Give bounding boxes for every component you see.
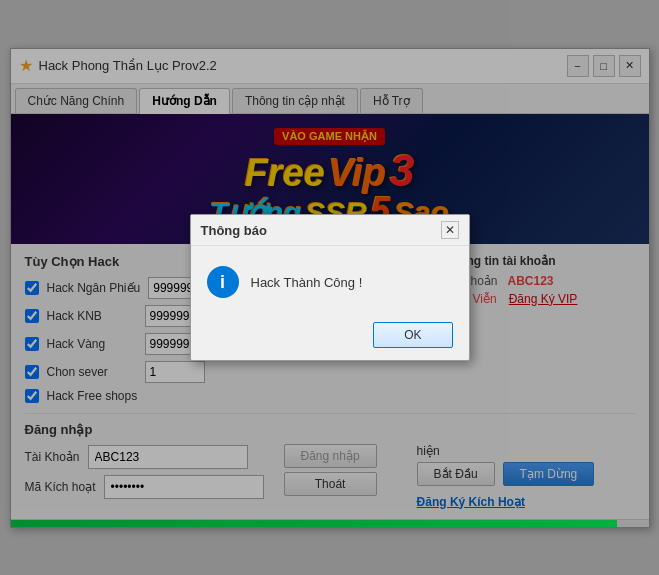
modal-close-button[interactable]: ✕ [441, 221, 459, 239]
modal-ok-button[interactable]: OK [373, 322, 452, 348]
modal-footer: OK [191, 314, 469, 360]
modal-overlay: Thông báo ✕ i Hack Thành Công ! OK [0, 0, 659, 575]
modal-message: Hack Thành Công ! [251, 275, 363, 290]
modal-info-icon: i [207, 266, 239, 298]
modal-title-bar: Thông báo ✕ [191, 215, 469, 246]
modal-body: i Hack Thành Công ! [191, 246, 469, 314]
modal-dialog: Thông báo ✕ i Hack Thành Công ! OK [190, 214, 470, 361]
modal-title: Thông báo [201, 223, 267, 238]
